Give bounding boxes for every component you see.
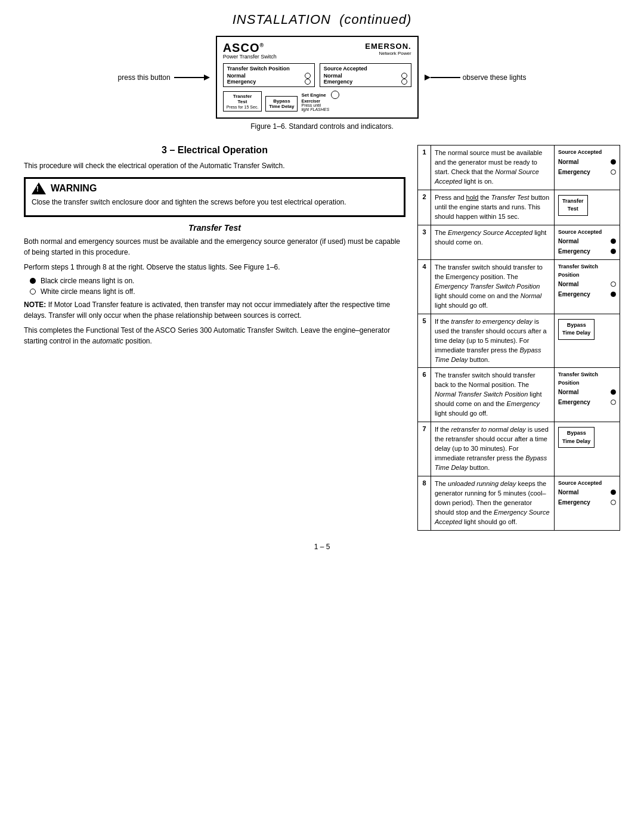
step4-normal-circle: [611, 281, 616, 287]
para1: Both normal and emergency sources must b…: [24, 236, 405, 258]
figure-row: press this button ASCO® Power Transfer S…: [24, 36, 620, 119]
main-content: 3 – Electrical Operation This procedure …: [24, 145, 620, 531]
legend-item-empty: White circle means light is off.: [30, 287, 405, 296]
warning-box: WARNING Close the transfer switch enclos…: [24, 177, 405, 217]
page-title: INSTALLATION (continued): [24, 12, 620, 27]
transfer-test-btn[interactable]: Transfer Test Press for 15 Sec.: [223, 91, 262, 112]
step-text-3: The Emergency Source Accepted light shou…: [431, 225, 555, 260]
step-indicator-1: Source Accepted Normal Emergency: [555, 145, 620, 190]
step-text-7: If the retransfer to normal delay is use…: [431, 422, 555, 476]
panel-indicators-row: Transfer Switch Position Normal Emergenc…: [223, 63, 411, 87]
title-main: INSTALLATION: [233, 12, 331, 27]
title-continued: (continued): [339, 12, 411, 27]
normal-label-1: Normal: [227, 73, 246, 79]
asco-reg: ®: [259, 42, 264, 48]
step-indicator-7: BypassTime Delay: [555, 422, 620, 476]
step-row-7: 7 If the retransfer to normal delay is u…: [418, 422, 620, 476]
svg-marker-3: [425, 75, 431, 80]
right-column: 1 The normal source must be available an…: [417, 145, 620, 531]
para3-start: This completes the Functional Test of th…: [24, 326, 390, 345]
panel-buttons-row: Transfer Test Press for 15 Sec. Bypass T…: [223, 91, 411, 112]
step-text-6: The transfer switch should transfer back…: [431, 368, 555, 422]
intro-paragraph: This procedure will check the electrical…: [24, 160, 405, 171]
page-number: 1 – 5: [24, 543, 620, 551]
step-indicator-2: TransferTest: [555, 190, 620, 225]
emerson-brand-block: EMERSON. Network Power: [365, 42, 411, 56]
section-heading: 3 – Electrical Operation: [24, 145, 405, 156]
figure-area: press this button ASCO® Power Transfer S…: [24, 36, 620, 139]
normal-circle-1: [305, 73, 311, 79]
step-row-8: 8 The unloaded running delay keeps the g…: [418, 476, 620, 530]
step-num-3: 3: [418, 225, 431, 260]
step-num-4: 4: [418, 260, 431, 314]
transfer-switch-header: Transfer Switch Position: [227, 66, 311, 72]
bypass-time-delay-btn[interactable]: Bypass Time Delay: [265, 96, 298, 112]
set-engine-btn[interactable]: Set Engine: [301, 91, 339, 99]
callout-right-text: observe these lights: [463, 73, 527, 82]
transfer-test-line1: Transfer: [233, 94, 252, 99]
asco-logo: ASCO®: [223, 42, 277, 54]
step-num-5: 5: [418, 314, 431, 368]
transfer-switch-position-section: Transfer Switch Position Normal Emergenc…: [223, 63, 315, 87]
para3-end: position.: [125, 337, 152, 345]
set-engine-sub1: Press until: [301, 103, 339, 107]
set-engine-sub2: light FLASHES: [301, 107, 339, 112]
legend-list: Black circle means light is on. White ci…: [30, 277, 405, 296]
steps-table: 1 The normal source must be available an…: [417, 145, 620, 531]
arrow-left-icon: [174, 72, 210, 83]
step-row-1: 1 The normal source must be available an…: [418, 145, 620, 190]
step-text-4: The transfer switch should transfer to t…: [431, 260, 555, 314]
step-indicator-5: BypassTime Delay: [555, 314, 620, 368]
step8-normal-circle: [611, 490, 616, 495]
asco-brand-text: ASCO: [223, 41, 260, 54]
note-text: If Motor Load Transfer feature is activa…: [24, 301, 390, 320]
warning-triangle-icon: [32, 182, 46, 194]
note-block: NOTE: If Motor Load Transfer feature is …: [24, 299, 405, 321]
emergency-circle-1: [305, 79, 311, 85]
step-text-1: The normal source must be available and …: [431, 145, 555, 190]
emerson-logo: EMERSON.: [365, 42, 411, 51]
para2: Perform steps 1 through 8 at the right. …: [24, 262, 405, 272]
emergency-indicator-row: Emergency: [227, 79, 311, 85]
step-num-7: 7: [418, 422, 431, 476]
set-engine-block: Set Engine Exerciser Press until light F…: [301, 91, 339, 112]
step-num-6: 6: [418, 368, 431, 422]
svg-marker-1: [204, 75, 210, 80]
emergency-source-row: Emergency: [324, 79, 407, 85]
para3-italic: automatic: [92, 337, 123, 345]
transfer-test-heading: Transfer Test: [24, 223, 405, 233]
figure-caption: Figure 1–6. Standard controls and indica…: [250, 122, 393, 131]
asco-brand-block: ASCO® Power Transfer Switch: [223, 42, 277, 60]
step-text-8: The unloaded running delay keeps the gen…: [431, 476, 555, 530]
step-num-8: 8: [418, 476, 431, 530]
normal-circle-2: [401, 73, 407, 79]
empty-circle-icon: [30, 289, 36, 295]
step6-emergency-circle: [611, 400, 616, 405]
warning-text: Close the transfer switch enclosure door…: [32, 197, 398, 208]
step1-emergency-circle: [611, 169, 616, 175]
step-row-3: 3 The Emergency Source Accepted light sh…: [418, 225, 620, 260]
step-row-5: 5 If the transfer to emergency delay is …: [418, 314, 620, 368]
legend-item-filled: Black circle means light is on.: [30, 277, 405, 285]
step-row-4: 4 The transfer switch should transfer to…: [418, 260, 620, 314]
normal-source-row: Normal: [324, 73, 407, 79]
step-indicator-4: Transfer Switch Position Normal Emergenc…: [555, 260, 620, 314]
step3-normal-circle: [611, 239, 616, 244]
step6-normal-circle: [611, 389, 616, 395]
set-engine-circle: [331, 91, 339, 99]
normal-label-2: Normal: [324, 73, 342, 79]
emerson-sub-text: Network Power: [365, 51, 411, 56]
final-paragraph: This completes the Functional Test of th…: [24, 325, 405, 346]
step-num-2: 2: [418, 190, 431, 225]
normal-indicator-row: Normal: [227, 73, 311, 79]
step3-emergency-circle: [611, 249, 616, 254]
filled-circle-icon: [30, 278, 36, 284]
step4-emergency-circle: [611, 292, 616, 297]
panel-header: ASCO® Power Transfer Switch EMERSON. Net…: [223, 42, 411, 60]
step-text-5: If the transfer to emergency delay is us…: [431, 314, 555, 368]
step-indicator-6: Transfer Switch Position Normal Emergenc…: [555, 368, 620, 422]
source-accepted-section: Source Accepted Normal Emergency: [320, 63, 411, 87]
step-row-2: 2 Press and hold the Transfer Test butto…: [418, 190, 620, 225]
warning-title-row: WARNING: [32, 182, 398, 194]
callout-left-text: press this button: [118, 73, 171, 82]
